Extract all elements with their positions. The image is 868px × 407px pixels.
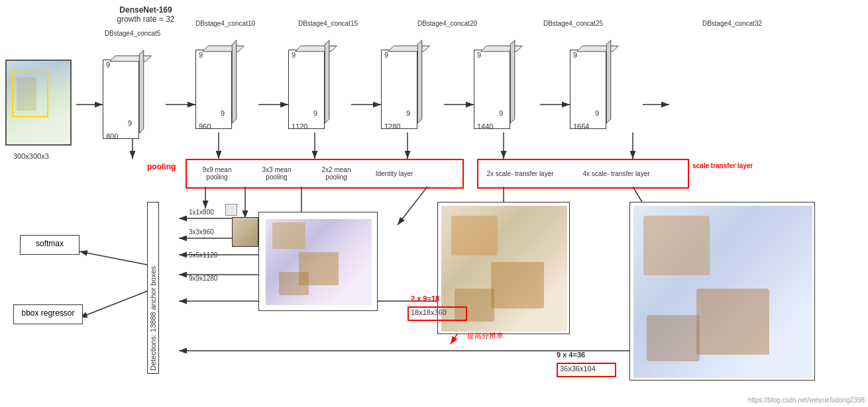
scale-4x-box: 4x scale- transfer layer [576,160,656,187]
pool-9x9-box: 9x9 mean pooling [189,160,245,187]
box-label-2: 36x36x104 [560,365,596,373]
input-image [5,60,72,146]
identity-layer-box: Identity layer [368,160,421,187]
anchor-label-1: 1x1x800 [189,208,214,216]
concat-label-10: DBstage4_concat10 [195,20,255,27]
svg-line-27 [80,251,147,265]
concat-label-15: DBstage4_concat15 [285,20,371,27]
formula-label-2: 9 x 4=36 [557,351,585,359]
concat-label-1: DBstage4_concat5 [103,30,162,37]
feat-thumb-4x [629,202,815,381]
svg-line-18 [398,187,427,225]
feat-num-1-side: 9 [128,119,132,127]
scale-2x-box: 2x scale- transfer layer [480,160,560,187]
concat-label-20: DBstage4_concat20 [411,20,484,27]
concat-label-32: DBstage4_concat32 [696,20,769,27]
feat-num-1-bottom: 800 [106,132,118,140]
anchor-label-3: 5x5x1120 [189,251,217,259]
formula-label-1: 2 x 9=18 [411,294,439,302]
pool-3x3-box: 3x3 mean pooling [248,160,305,187]
feat-thumb-1x1 [225,204,237,216]
input-size-label: 300x300x3 [13,152,49,160]
feat-thumb-large [258,212,378,311]
diagram: { "title": { "network_name": "DenseNet-1… [0,0,868,407]
concat-label-25: DBstage4_concat25 [537,20,610,27]
resolution-label: 提高分辨率 [467,331,504,341]
feat-num-1-top: 9 [106,61,110,69]
bbox-box: bbox regressor [13,304,83,324]
feat-thumb-3x3 [232,217,258,247]
box-label-1: 18x18x360 [411,308,447,316]
anchor-label-2: 3x3x960 [189,228,214,236]
anchor-label-4: 9x9x1280 [189,275,217,282]
scale-transfer-label: scale transfer layer [692,162,753,169]
network-title: DenseNet-169 growth rate = 32 [103,5,189,24]
pool-2x2-box: 2x2 mean pooling [308,160,364,187]
pooling-label: pooling [147,162,176,171]
watermark: https://blog.csdn.net/weiyuefudong2398 [748,396,865,404]
svg-line-28 [80,291,147,318]
detection-label: Detections: 13888 anchor boxes [147,202,159,374]
softmax-box: softmax [20,235,80,255]
